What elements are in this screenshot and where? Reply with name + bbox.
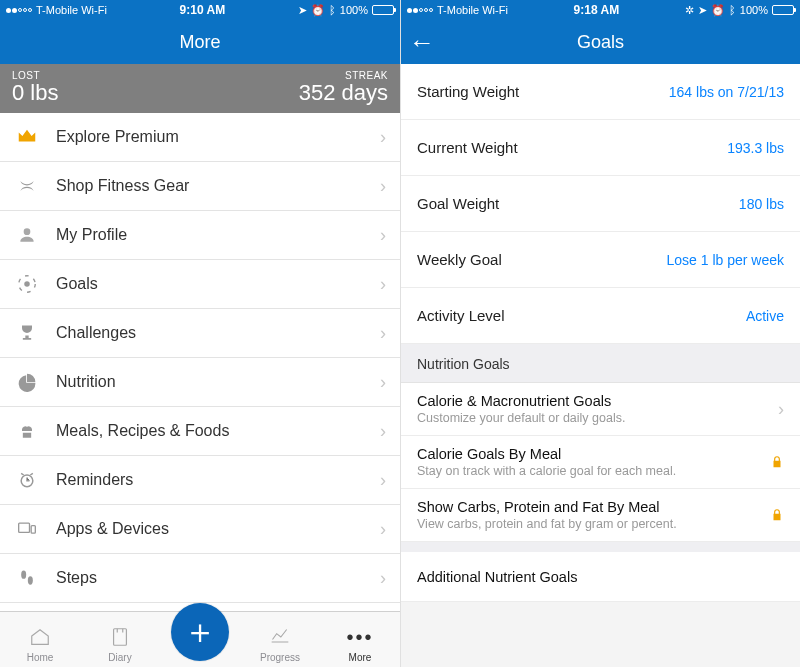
menu-shop-fitness-gear[interactable]: Shop Fitness Gear › [0,162,400,211]
row-key: Starting Weight [417,83,519,100]
menu-explore-premium[interactable]: Explore Premium › [0,113,400,162]
home-icon [28,624,52,650]
devices-icon [14,516,40,542]
section-nutrition-goals: Nutrition Goals [401,344,800,383]
menu-label: Goals [56,275,380,293]
menu-goals[interactable]: Goals › [0,260,400,309]
trophy-icon [14,320,40,346]
row-current-weight[interactable]: Current Weight 193.3 lbs [401,120,800,176]
lock-icon [770,507,784,523]
chevron-right-icon: › [380,323,386,344]
crown-icon [14,124,40,150]
progress-icon [267,624,293,650]
row-subtitle: Stay on track with a calorie goal for ea… [417,464,762,478]
battery-icon [772,5,794,15]
lost-value: 0 lbs [12,81,58,105]
row-value: Active [746,308,784,324]
menu-challenges[interactable]: Challenges › [0,309,400,358]
menu-nutrition[interactable]: Nutrition › [0,358,400,407]
menu-label: Meals, Recipes & Foods [56,422,380,440]
chef-hat-icon [14,418,40,444]
pie-chart-icon [14,369,40,395]
menu-steps[interactable]: Steps › [0,554,400,603]
lock-icon [770,454,784,470]
menu-label: Shop Fitness Gear [56,177,380,195]
row-key: Goal Weight [417,195,499,212]
menu-reminders[interactable]: Reminders › [0,456,400,505]
battery-icon [372,5,394,15]
row-goal-weight[interactable]: Goal Weight 180 lbs [401,176,800,232]
diary-icon [109,624,131,650]
target-icon [14,271,40,297]
menu-label: My Profile [56,226,380,244]
row-additional-nutrient-goals[interactable]: Additional Nutrient Goals [401,552,800,602]
tab-label: Diary [108,652,131,663]
status-time: 9:10 AM [107,3,298,17]
menu-my-profile[interactable]: My Profile › [0,211,400,260]
chevron-right-icon: › [380,519,386,540]
location-icon: ➤ [298,4,307,17]
tab-label: More [349,652,372,663]
menu-label: Reminders [56,471,380,489]
row-value: 180 lbs [739,196,784,212]
tab-label: Progress [260,652,300,663]
tab-home[interactable]: Home [0,612,80,667]
alarm-icon: ⏰ [311,4,325,17]
row-activity-level[interactable]: Activity Level Active [401,288,800,344]
svg-point-6 [28,577,33,585]
row-value: 193.3 lbs [727,140,784,156]
section-gap [401,542,800,552]
row-value: 164 lbs on 7/21/13 [669,84,784,100]
chevron-right-icon: › [380,274,386,295]
row-starting-weight[interactable]: Starting Weight 164 lbs on 7/21/13 [401,64,800,120]
row-calorie-macronutrient-goals[interactable]: Calorie & Macronutrient Goals Customize … [401,383,800,436]
add-fab-button[interactable]: ＋ [171,603,229,661]
chevron-right-icon: › [380,127,386,148]
tab-add[interactable]: ＋ [160,612,240,667]
row-value: Lose 1 lb per week [666,252,784,268]
menu-meals-recipes-foods[interactable]: Meals, Recipes & Foods › [0,407,400,456]
alarm-icon: ⏰ [711,4,725,17]
location-icon: ➤ [698,4,707,17]
tab-label: Home [27,652,54,663]
phone-more: T-Mobile Wi-Fi 9:10 AM ➤ ⏰ ᛒ 100% More L… [0,0,400,667]
menu-label: Challenges [56,324,380,342]
status-time: 9:18 AM [508,3,685,17]
tab-more[interactable]: ••• More [320,612,400,667]
svg-point-5 [21,571,26,579]
svg-rect-3 [19,523,30,532]
arrow-left-icon: ← [409,27,435,58]
battery-pct: 100% [340,4,368,16]
row-key: Current Weight [417,139,518,156]
row-key: Activity Level [417,307,505,324]
nav-bar: ← Goals [401,20,800,64]
tab-progress[interactable]: Progress [240,612,320,667]
tab-diary[interactable]: Diary [80,612,160,667]
row-calorie-goals-by-meal[interactable]: Calorie Goals By Meal Stay on track with… [401,436,800,489]
row-weekly-goal[interactable]: Weekly Goal Lose 1 lb per week [401,232,800,288]
phone-goals: T-Mobile Wi-Fi 9:18 AM ✲ ➤ ⏰ ᛒ 100% ← Go… [400,0,800,667]
goals-list: Starting Weight 164 lbs on 7/21/13 Curre… [401,64,800,667]
menu-label: Nutrition [56,373,380,391]
row-title: Show Carbs, Protein and Fat By Meal [417,499,762,515]
chevron-right-icon: › [380,421,386,442]
plus-icon: ＋ [183,609,217,655]
menu-apps-devices[interactable]: Apps & Devices › [0,505,400,554]
carrier-label: T-Mobile Wi-Fi [36,4,107,16]
menu-label: Steps [56,569,380,587]
row-title: Calorie & Macronutrient Goals [417,393,770,409]
status-bar: T-Mobile Wi-Fi 9:10 AM ➤ ⏰ ᛒ 100% [0,0,400,20]
menu-label: Apps & Devices [56,520,380,538]
chevron-right-icon: › [778,399,784,420]
menu-label: Explore Premium [56,128,380,146]
row-title: Additional Nutrient Goals [417,569,784,585]
bluetooth-icon: ᛒ [729,4,736,16]
more-icon: ••• [346,624,373,650]
svg-point-1 [24,281,30,287]
row-show-carbs-protein-fat[interactable]: Show Carbs, Protein and Fat By Meal View… [401,489,800,542]
alarm-clock-icon [14,467,40,493]
status-bar: T-Mobile Wi-Fi 9:18 AM ✲ ➤ ⏰ ᛒ 100% [401,0,800,20]
battery-pct: 100% [740,4,768,16]
loading-icon: ✲ [685,4,694,17]
back-button[interactable]: ← [409,20,435,64]
